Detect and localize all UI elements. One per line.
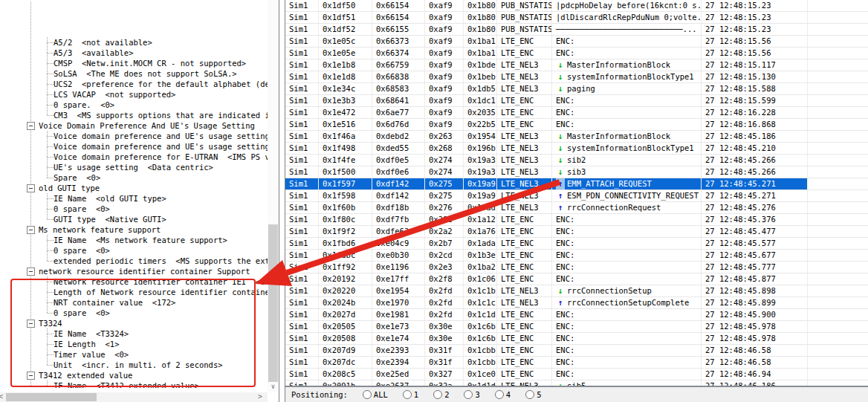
log-row[interactable]: Sim10x205080xe1e740x30e0x1c6bLTE_ENCENC:… — [285, 333, 868, 345]
positioning-radio-5[interactable]: 5 — [525, 390, 541, 399]
log-row[interactable]: Sim10x1f80c0xdf7fb0x29c0x1a12LTE_ENCENC:… — [285, 214, 868, 226]
protocol-cell: LTE_ENC — [497, 36, 552, 47]
tree-item[interactable]: Voice domain preference and UE's usage s… — [0, 131, 268, 141]
log-row[interactable]: Sim10x201920xe17ff0x2f80x1c06LTE_ENCENC:… — [285, 273, 868, 285]
addr1-cell: 0x1e1d8 — [319, 71, 372, 82]
radio-button-icon[interactable] — [433, 390, 442, 399]
scrollbar-thumb[interactable] — [6, 393, 97, 401]
tree-item[interactable]: Voice domain preference and UE's usage s… — [0, 141, 268, 152]
radio-button-icon[interactable] — [464, 390, 473, 399]
log-row[interactable]: Sim10x1df520x661550xaf90x1b80PUB_NSTATIS… — [285, 24, 868, 36]
log-row[interactable]: Sim10x1e05c0x663730xaf90x1ba1LTE_ENCENC:… — [285, 36, 868, 48]
positioning-radio-4[interactable]: 4 — [495, 390, 511, 399]
addr2-cell: 0xdebd2 — [372, 131, 425, 142]
protocol-cell: LTE_NEL3 — [497, 131, 552, 142]
tree-item[interactable]: network resource identifier container Su… — [0, 266, 268, 276]
log-row[interactable]: Sim10x1f4fe0xdf0e50x2740x19a3LTE_NEL3↓si… — [285, 155, 868, 166]
spacer-cell — [808, 214, 868, 225]
scroll-left-icon[interactable]: < — [0, 392, 5, 402]
positioning-radio-1[interactable]: 1 — [403, 390, 418, 399]
collapse-expander-icon[interactable] — [27, 122, 35, 130]
tree-item[interactable]: UCS2 <preference for the default alphabe… — [0, 79, 268, 89]
tree-item[interactable]: Spare <0> — [0, 172, 268, 183]
log-row[interactable]: Sim10x1e1b80x667590xaf90x1bdeLTE_NEL3↓Ma… — [285, 59, 868, 71]
addr4-cell: 0x1ba1 — [464, 48, 497, 59]
tree-item[interactable]: GUTI type <Native GUTI> — [0, 214, 268, 224]
time-cell: 27 12:48:45.900 — [702, 309, 808, 320]
tree-item[interactable]: 0 spare <0> — [0, 245, 268, 256]
log-row[interactable]: Sim10x1f5000xdf0e60x2740x19a3LTE_NEL3↓si… — [285, 166, 868, 178]
addr4-cell: 0x1ce0 — [464, 369, 497, 380]
tree-item[interactable]: UE's usage setting <Data centric> — [0, 162, 268, 172]
tree-item[interactable]: CM3 <MS supports options that are indica… — [0, 110, 268, 120]
positioning-radio-2[interactable]: 2 — [433, 390, 449, 399]
addr3-cell: 0x2fd — [425, 297, 464, 308]
tree-item[interactable]: IE Name <old GUTI type> — [0, 193, 268, 204]
tree-item[interactable]: IE Name <Ms network feature support> — [0, 235, 268, 245]
tree-item[interactable]: 0 spare. <0> — [0, 100, 268, 110]
log-row[interactable]: Sim10x1e34c0x685830xaf90x1db5LTE_NEL3↓pa… — [285, 83, 868, 95]
log-row-selected[interactable]: Sim10x1f5970xdf1420x2750x19a9LTE_NEL3↑EM… — [285, 178, 868, 190]
spacer-cell — [808, 238, 868, 249]
radio-button-icon[interactable] — [403, 390, 412, 399]
scroll-right-icon[interactable]: > — [256, 392, 265, 402]
addr2-cell: 0x66154 — [372, 12, 425, 23]
time-cell: 27 12:48:15.588 — [702, 83, 808, 94]
tree-item[interactable]: old GUTI type — [0, 183, 268, 193]
collapse-expander-icon[interactable] — [27, 184, 35, 192]
log-row[interactable]: Sim10x1f5980xdf1420x2750x19a9LTE_NEL3↑ES… — [285, 190, 868, 202]
radio-button-icon[interactable] — [495, 390, 504, 399]
tree-item[interactable]: extended periodic timers <MS supports th… — [0, 256, 268, 266]
tree-item[interactable]: SoLSA <The ME does not support SoLSA.> — [0, 68, 268, 79]
radio-button-icon[interactable] — [363, 390, 372, 399]
log-row[interactable]: Sim10x207dc0xe23940x31f0x1cbbLTE_ENCENC:… — [285, 357, 868, 369]
tree-item[interactable]: Ms network feature support — [0, 224, 268, 235]
tree-guide-line — [47, 178, 54, 178]
message-cell: ENC: — [552, 226, 702, 237]
log-row[interactable]: Sim10x1e5160x6d76d0xaf90x22b5LTE_ENCENC:… — [285, 119, 868, 131]
log-row[interactable]: Sim10x1f60b0xdf18b0x2760x19adLTE_NEL3↑rr… — [285, 202, 868, 214]
scrollbar-thumb[interactable] — [268, 224, 278, 382]
collapse-expander-icon[interactable] — [27, 226, 35, 234]
tree-item[interactable]: LCS VACAP <not supported> — [0, 89, 268, 100]
tree-item[interactable]: 0 spare <0> — [0, 204, 268, 214]
protocol-cell: LTE_ENC — [497, 345, 552, 356]
spacer-cell — [808, 119, 868, 130]
tree-item-label: GUTI type <Native GUTI> — [54, 214, 166, 224]
positioning-radio-3[interactable]: 3 — [464, 390, 479, 399]
log-row[interactable]: Sim10x1e1d80x668380xaf90x1bebLTE_NEL3↓sy… — [285, 71, 868, 83]
tree-vertical-scrollbar[interactable]: ∨ — [268, 0, 279, 392]
log-row[interactable]: Sim10x2027d0xe19810x2fd0x1c1dLTE_ENCENC:… — [285, 309, 868, 321]
log-row[interactable]: Sim10x1ff920xe11960x2e30x1ba2LTE_ENCENC:… — [285, 262, 868, 273]
log-row[interactable]: Sim10x1df500x661540xaf90x1b80PUB_NSTATIS… — [285, 0, 868, 12]
tree-horizontal-scrollbar[interactable]: < > — [0, 392, 268, 402]
log-row[interactable]: Sim10x2091b0xe26370x32a0x1d1dLTE_NEL3↓si… — [285, 380, 868, 386]
tree-item[interactable]: Voice domain preference for E-UTRAN <IMS… — [0, 152, 268, 162]
radio-button-icon[interactable] — [525, 390, 534, 399]
addr3-cell: 0xaf9 — [425, 119, 464, 130]
log-row[interactable]: Sim10x2024b0xe19700x2fd0x1c1cLTE_NEL3↑rr… — [285, 297, 868, 309]
log-row[interactable]: Sim10x1e3b30x686410xaf90x1dc1LTE_ENCENC:… — [285, 95, 868, 107]
tree-item[interactable]: CMSP <Netw.init.MOCM CR - not supported> — [0, 58, 268, 68]
panel-divider[interactable] — [279, 0, 285, 402]
log-row[interactable]: Sim10x1f46a0xdebd20x2630x1954LTE_NEL3↓Ma… — [285, 131, 868, 143]
log-row[interactable]: Sim10x1f4980xded550x2680x196bLTE_NEL3↓sy… — [285, 143, 868, 155]
addr3-cell: 0x29c — [425, 214, 464, 225]
log-row[interactable]: Sim10x202200xe19540x2fd0x1c1bLTE_NEL3↓rr… — [285, 285, 868, 297]
log-row[interactable]: Sim10x1e05e0x663740xaf90x1ba1LTE_ENCENC:… — [285, 48, 868, 59]
collapse-expander-icon[interactable] — [27, 268, 35, 276]
log-row[interactable]: Sim10x1fbd60xe04c90x2b70x1adaLTE_ENCENC:… — [285, 238, 868, 250]
log-row[interactable]: Sim10x1e4720x6ae770xaf90x2035LTE_ENCENC:… — [285, 107, 868, 119]
scroll-down-icon[interactable]: ∨ — [268, 382, 279, 392]
log-row[interactable]: Sim10x1f9f20xdfe620x2a20x1a76LTE_ENCENC:… — [285, 226, 868, 238]
positioning-radio-all[interactable]: ALL — [363, 390, 388, 399]
tree-item[interactable]: A5/2 <not available> — [0, 37, 268, 48]
log-row[interactable]: Sim10x208c50xe25ed0x3270x1ce0LTE_ENCENC:… — [285, 369, 868, 380]
log-row[interactable]: Sim10x205050xe1e730x30e0x1c6bLTE_ENCENC:… — [285, 321, 868, 333]
log-row[interactable]: Sim10x207d90xe23930x31f0x1cbbLTE_ENCENC:… — [285, 345, 868, 357]
tree-item-label: SoLSA <The ME does not support SoLSA.> — [54, 68, 237, 79]
tree-item[interactable]: A5/3 <available> — [0, 48, 268, 58]
log-row[interactable]: Sim10x1fdbc0xe0b300x2cd0x1b3eLTE_ENCENC:… — [285, 250, 868, 262]
tree-item[interactable]: Voice Domain Preference And UE's Usage S… — [0, 120, 268, 131]
log-row[interactable]: Sim10x1df510x661540xaf90x1b80PUB_NSTATIS… — [285, 12, 868, 24]
